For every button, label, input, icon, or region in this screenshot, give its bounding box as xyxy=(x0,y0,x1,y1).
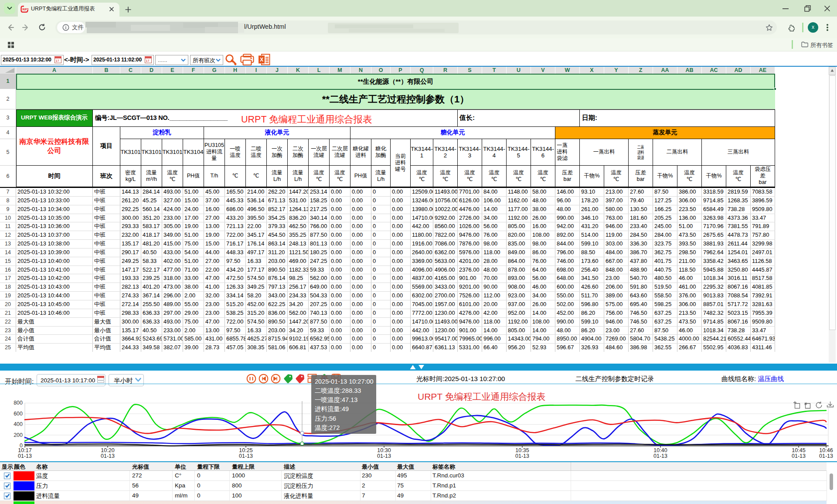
svg-text:800: 800 xyxy=(14,400,23,406)
svg-text:400: 400 xyxy=(14,421,23,427)
svg-text:10:35: 10:35 xyxy=(515,447,529,453)
svg-text:01-13: 01-13 xyxy=(792,453,806,459)
svg-text:X: X xyxy=(260,57,263,63)
svg-text:10:46: 10:46 xyxy=(819,447,833,453)
svg-text:10:30: 10:30 xyxy=(377,447,391,453)
svg-text:01-13: 01-13 xyxy=(101,453,115,459)
svg-text:01-13: 01-13 xyxy=(653,453,667,459)
svg-text:10:20: 10:20 xyxy=(101,447,114,453)
svg-text:01-13: 01-13 xyxy=(377,453,391,459)
svg-text:10:17: 10:17 xyxy=(18,447,31,453)
svg-text:01-13: 01-13 xyxy=(819,453,833,459)
svg-text:RPT: RPT xyxy=(23,7,28,11)
svg-text:01-13: 01-13 xyxy=(239,453,253,459)
svg-text:10:25: 10:25 xyxy=(239,447,252,453)
svg-text:10:45: 10:45 xyxy=(792,447,805,453)
svg-text:600: 600 xyxy=(14,411,23,417)
svg-text:01-13: 01-13 xyxy=(515,453,529,459)
svg-text:200: 200 xyxy=(14,432,23,438)
svg-text:10:40: 10:40 xyxy=(653,447,667,453)
svg-text:01-13: 01-13 xyxy=(18,453,32,459)
